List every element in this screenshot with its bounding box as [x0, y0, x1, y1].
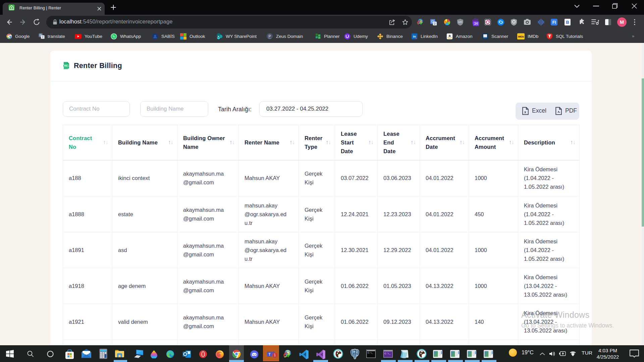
svg-text:FI: FI	[552, 20, 556, 25]
svg-text:PSD: PSD	[64, 65, 67, 67]
svg-text:T: T	[268, 353, 270, 356]
svg-text:B: B	[566, 20, 569, 25]
svg-text:s: s	[218, 35, 219, 38]
svg-text:UO: UO	[458, 20, 462, 23]
svg-text:IMDb: IMDb	[518, 35, 524, 38]
svg-text:C:\_: C:\_	[385, 352, 391, 355]
svg-text:x: x	[524, 110, 526, 114]
svg-text:a: a	[449, 34, 451, 38]
svg-text:C:\_: C:\_	[368, 352, 374, 354]
svg-text:in: in	[413, 35, 416, 38]
svg-text:文: 文	[42, 36, 44, 39]
svg-text:文: 文	[433, 22, 437, 25]
svg-text:P: P	[268, 34, 271, 38]
